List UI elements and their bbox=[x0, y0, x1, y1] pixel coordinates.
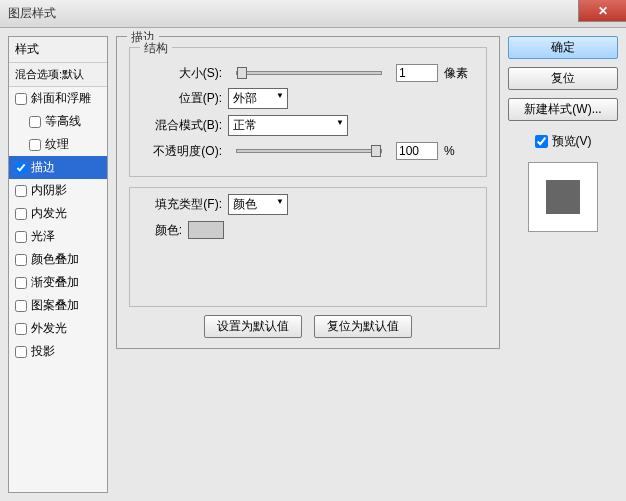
preview-thumbnail bbox=[546, 180, 580, 214]
new-style-button[interactable]: 新建样式(W)... bbox=[508, 98, 618, 121]
blend-label: 混合模式(B): bbox=[142, 117, 222, 134]
style-item-bevel[interactable]: 斜面和浮雕 bbox=[9, 87, 107, 110]
checkbox-bevel[interactable] bbox=[15, 93, 27, 105]
style-label: 颜色叠加 bbox=[31, 251, 79, 268]
position-row: 位置(P): 外部 bbox=[142, 88, 474, 109]
style-item-satin[interactable]: 光泽 bbox=[9, 225, 107, 248]
titlebar: 图层样式 ✕ bbox=[0, 0, 626, 28]
styles-header: 样式 bbox=[9, 37, 107, 63]
style-label: 投影 bbox=[31, 343, 55, 360]
checkbox-inner-shadow[interactable] bbox=[15, 185, 27, 197]
checkbox-satin[interactable] bbox=[15, 231, 27, 243]
opacity-unit: % bbox=[444, 144, 474, 158]
checkbox-drop-shadow[interactable] bbox=[15, 346, 27, 358]
style-label: 外发光 bbox=[31, 320, 67, 337]
style-item-inner-shadow[interactable]: 内阴影 bbox=[9, 179, 107, 202]
blend-value: 正常 bbox=[233, 118, 257, 132]
blend-row: 混合模式(B): 正常 bbox=[142, 115, 474, 136]
size-slider[interactable] bbox=[236, 71, 382, 75]
color-label: 颜色: bbox=[142, 222, 182, 239]
close-icon: ✕ bbox=[598, 4, 608, 18]
style-item-inner-glow[interactable]: 内发光 bbox=[9, 202, 107, 225]
style-label: 描边 bbox=[31, 159, 55, 176]
fill-type-row: 填充类型(F): 颜色 bbox=[142, 194, 474, 215]
checkbox-contour[interactable] bbox=[29, 116, 41, 128]
fill-fieldset: 填充类型(F): 颜色 颜色: bbox=[129, 187, 487, 307]
center-panel: 描边 结构 大小(S): 像素 位置(P): 外部 混合模式(B): 正常 bbox=[116, 36, 500, 493]
style-item-stroke[interactable]: 描边 bbox=[9, 156, 107, 179]
position-select[interactable]: 外部 bbox=[228, 88, 288, 109]
style-item-gradient-overlay[interactable]: 渐变叠加 bbox=[9, 271, 107, 294]
size-unit: 像素 bbox=[444, 65, 474, 82]
position-value: 外部 bbox=[233, 91, 257, 105]
blend-options-default[interactable]: 混合选项:默认 bbox=[9, 63, 107, 87]
fill-type-select[interactable]: 颜色 bbox=[228, 194, 288, 215]
window-title: 图层样式 bbox=[8, 5, 56, 22]
size-label: 大小(S): bbox=[142, 65, 222, 82]
style-item-color-overlay[interactable]: 颜色叠加 bbox=[9, 248, 107, 271]
blend-select[interactable]: 正常 bbox=[228, 115, 348, 136]
opacity-label: 不透明度(O): bbox=[142, 143, 222, 160]
style-item-outer-glow[interactable]: 外发光 bbox=[9, 317, 107, 340]
ok-button[interactable]: 确定 bbox=[508, 36, 618, 59]
style-label: 斜面和浮雕 bbox=[31, 90, 91, 107]
default-buttons: 设置为默认值 复位为默认值 bbox=[129, 315, 487, 338]
checkbox-color-overlay[interactable] bbox=[15, 254, 27, 266]
style-item-drop-shadow[interactable]: 投影 bbox=[9, 340, 107, 363]
checkbox-stroke[interactable] bbox=[15, 162, 27, 174]
style-label: 纹理 bbox=[45, 136, 69, 153]
style-label: 渐变叠加 bbox=[31, 274, 79, 291]
set-default-button[interactable]: 设置为默认值 bbox=[204, 315, 302, 338]
checkbox-pattern-overlay[interactable] bbox=[15, 300, 27, 312]
opacity-row: 不透明度(O): % bbox=[142, 142, 474, 160]
fill-type-value: 颜色 bbox=[233, 197, 257, 211]
style-label: 光泽 bbox=[31, 228, 55, 245]
color-row: 颜色: bbox=[142, 221, 474, 239]
checkbox-outer-glow[interactable] bbox=[15, 323, 27, 335]
dialog-body: 样式 混合选项:默认 斜面和浮雕 等高线 纹理 描边 内阴影 内发光 光泽 颜色… bbox=[0, 28, 626, 501]
structure-legend: 结构 bbox=[140, 40, 172, 57]
opacity-slider[interactable] bbox=[236, 149, 382, 153]
size-row: 大小(S): 像素 bbox=[142, 64, 474, 82]
position-label: 位置(P): bbox=[142, 90, 222, 107]
slider-thumb-icon[interactable] bbox=[371, 145, 381, 157]
style-label: 等高线 bbox=[45, 113, 81, 130]
color-swatch[interactable] bbox=[188, 221, 224, 239]
close-button[interactable]: ✕ bbox=[578, 0, 626, 22]
slider-thumb-icon[interactable] bbox=[237, 67, 247, 79]
preview-box bbox=[528, 162, 598, 232]
checkbox-gradient-overlay[interactable] bbox=[15, 277, 27, 289]
styles-list: 样式 混合选项:默认 斜面和浮雕 等高线 纹理 描边 内阴影 内发光 光泽 颜色… bbox=[8, 36, 108, 493]
checkbox-inner-glow[interactable] bbox=[15, 208, 27, 220]
style-item-texture[interactable]: 纹理 bbox=[9, 133, 107, 156]
style-item-pattern-overlay[interactable]: 图案叠加 bbox=[9, 294, 107, 317]
fill-type-label: 填充类型(F): bbox=[142, 196, 222, 213]
right-panel: 确定 复位 新建样式(W)... 预览(V) bbox=[508, 36, 618, 493]
stroke-fieldset: 描边 结构 大小(S): 像素 位置(P): 外部 混合模式(B): 正常 bbox=[116, 36, 500, 349]
preview-checkbox[interactable] bbox=[535, 135, 548, 148]
preview-label: 预览(V) bbox=[552, 133, 592, 150]
reset-default-button[interactable]: 复位为默认值 bbox=[314, 315, 412, 338]
checkbox-texture[interactable] bbox=[29, 139, 41, 151]
structure-fieldset: 结构 大小(S): 像素 位置(P): 外部 混合模式(B): 正常 不透明度(… bbox=[129, 47, 487, 177]
size-input[interactable] bbox=[396, 64, 438, 82]
style-label: 内阴影 bbox=[31, 182, 67, 199]
preview-toggle[interactable]: 预览(V) bbox=[508, 133, 618, 150]
style-label: 图案叠加 bbox=[31, 297, 79, 314]
style-label: 内发光 bbox=[31, 205, 67, 222]
style-item-contour[interactable]: 等高线 bbox=[9, 110, 107, 133]
opacity-input[interactable] bbox=[396, 142, 438, 160]
cancel-button[interactable]: 复位 bbox=[508, 67, 618, 90]
